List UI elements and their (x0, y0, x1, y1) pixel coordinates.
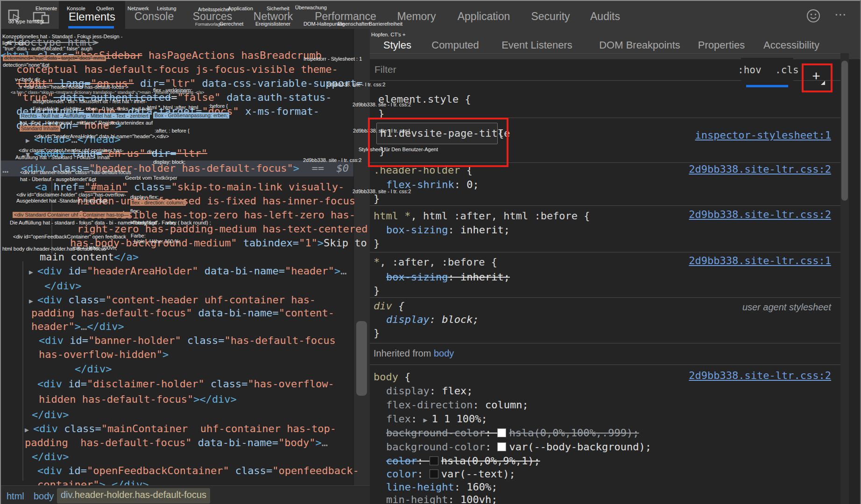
tab-memory[interactable]: Memory (397, 10, 436, 23)
code-line[interactable]: <div id="disclaimer-holder" class="has-o… (37, 378, 334, 390)
stylesheet-link[interactable]: 2d9bb338.site-ltr.css:2 (689, 370, 831, 382)
code-line[interactable]: </div> (44, 280, 81, 292)
code-line[interactable]: padding has-default-focus" data-bi-name=… (25, 437, 328, 449)
code-segment: body (374, 371, 398, 383)
code-segment: } (374, 285, 380, 296)
inherited-body-link[interactable]: body (434, 348, 454, 358)
code-segment: : (473, 399, 485, 411)
more-options-icon[interactable]: ⋯ (834, 7, 847, 22)
user-agent-stylesheet-label: user agent stylesheet (742, 301, 831, 313)
code-line[interactable]: </div> (32, 451, 69, 463)
overlay-label: ausgeblendet - bis - fokussiert ist - fe… (33, 98, 147, 105)
tab-dom-breakpoints[interactable]: DOM Breakpoints (599, 39, 680, 51)
code-line[interactable]: <div id="banner-holder" class="has-defau… (39, 335, 336, 347)
stylesheet-link[interactable]: 2d9bb338.site-ltr.css:2 (689, 163, 831, 175)
code-segment: class= (64, 423, 101, 434)
code-segment: 2d9bb338.site-ltr.css:1 (689, 255, 831, 266)
tab-computed[interactable]: Computed (431, 39, 479, 51)
code-segment: display (386, 314, 430, 325)
overlay-label: Arbeitsspeicher (198, 7, 230, 13)
overlay-label: Rechts - Null hat - Auffüllung - Mittel … (20, 113, 150, 119)
code-segment: id= (68, 465, 87, 476)
elements-scrollbar-thumb[interactable] (356, 321, 367, 396)
code-segment: box-sizing (386, 224, 448, 236)
code-segment: <a (35, 181, 54, 193)
stylesheet-link[interactable]: 2d9bb338.site-ltr.css:2 (689, 209, 831, 221)
code-segment: class= (68, 294, 105, 306)
code-segment: > (162, 349, 169, 360)
panel-divider[interactable] (353, 29, 371, 485)
styles-filter-input[interactable] (374, 61, 637, 78)
tab-properties[interactable]: Properties (698, 39, 745, 51)
code-segment: data-bi-name= (198, 265, 284, 277)
code-line: box-sizing: inherit; (386, 224, 510, 236)
code-segment: : (448, 224, 460, 236)
code-line[interactable]: ▶ <div class="content-header uhf-contain… (29, 294, 316, 307)
code-segment: 2d9bb338.site-ltr.css:2 (689, 209, 831, 220)
code-line[interactable]: has-overflow-hidden"> (39, 349, 169, 361)
overlay-label: Konsole (67, 6, 85, 12)
code-segment: html * (374, 210, 410, 222)
styles-scrollbar-thumb[interactable] (841, 61, 848, 201)
code-line[interactable]: ▶ <div class="mainContainer uhf-containe… (25, 423, 336, 436)
code-line: *, :after, :before { (374, 256, 497, 268)
breadcrumb-html[interactable]: html (7, 491, 24, 502)
overlay-label: hat - Überlauf - ausgeblendet"&gt (20, 176, 96, 182)
code-line[interactable]: padding has-default-focus" data-bi-name=… (31, 307, 334, 319)
overlay-label: :after, : before { (155, 128, 190, 134)
code-line[interactable]: main content</a> (40, 251, 139, 263)
tab-security[interactable]: Security (531, 10, 570, 23)
element-classes-button[interactable]: .cls (775, 64, 799, 76)
code-segment: "headerAreaHolder" (87, 265, 198, 277)
code-line[interactable]: </div> (32, 409, 69, 421)
code-line: display: block; (386, 314, 479, 326)
code-segment: } (374, 238, 380, 249)
code-segment: padding has-default-focus" (25, 437, 192, 448)
code-segment: class= (128, 181, 171, 193)
code-line[interactable]: <div id="openFeedbackContainer" class="o… (37, 465, 359, 477)
overlay-label: 2d9bb338. site - l tr. css:2 (303, 157, 361, 163)
code-segment: background-color (386, 441, 485, 453)
code-segment: 1 1 100%; (432, 413, 487, 425)
indent-guide (22, 261, 23, 481)
code-line: color: var(--text); (386, 468, 515, 480)
code-segment: <div (37, 294, 68, 306)
overlay-label: v <body dir. (15, 77, 42, 83)
overlay-label: Quellen (96, 6, 114, 12)
code-segment: "header" (285, 265, 334, 277)
toggle-element-state-button[interactable]: :hov (738, 64, 762, 76)
code-line[interactable]: header">…</div> (31, 321, 124, 333)
tab-application[interactable]: Application (458, 10, 510, 23)
tab-accessibility[interactable]: Accessibility (763, 39, 819, 51)
code-segment: has-overflow-hidden" (39, 349, 162, 360)
overlay-label: Geerbt vom Textkörper (125, 175, 177, 181)
code-segment: inherit; (460, 271, 510, 283)
code-segment (497, 442, 506, 451)
code-line[interactable]: hidden has-default-focus"></div> (39, 393, 237, 406)
feedback-smiley-icon[interactable] (806, 8, 821, 23)
code-segment: main content (40, 251, 114, 263)
code-segment: min-height (386, 494, 448, 504)
code-segment: ▶ (25, 426, 33, 434)
breadcrumb-selected[interactable]: div.header-holder.has-default-focus (57, 488, 210, 504)
tab-event-listeners[interactable]: Event Listeners (501, 39, 572, 51)
code-line: background-color: hsla(0,0%,100%,.999); (386, 427, 639, 439)
node-menu-dots[interactable]: … (2, 163, 8, 175)
code-segment: <div (39, 335, 70, 346)
devtools-window: Elements Console Sources Network Perform… (0, 0, 861, 504)
section-separator (370, 252, 840, 252)
code-line: body { (374, 371, 410, 383)
code-line: line-height: 160%; (386, 481, 497, 493)
tab-console[interactable]: Console (134, 10, 174, 23)
code-line: background-color: var(--body-background)… (386, 441, 651, 453)
stylesheet-link[interactable]: 2d9bb338.site-ltr.css:1 (689, 255, 831, 267)
code-segment: </div> (32, 409, 69, 420)
code-segment: > (316, 437, 322, 448)
tab-audits[interactable]: Audits (590, 10, 620, 23)
code-line[interactable]: </div> (75, 363, 112, 375)
code-line[interactable]: conceptual has-default-focus js-focus-vi… (16, 63, 338, 76)
code-segment: div (374, 300, 392, 312)
code-line[interactable]: ▶ <div id="headerAreaHolder" data-bi-nam… (29, 265, 346, 278)
stylesheet-link[interactable]: inspector-stylesheet:1 (695, 129, 831, 141)
breadcrumb-body[interactable]: body (34, 491, 54, 502)
